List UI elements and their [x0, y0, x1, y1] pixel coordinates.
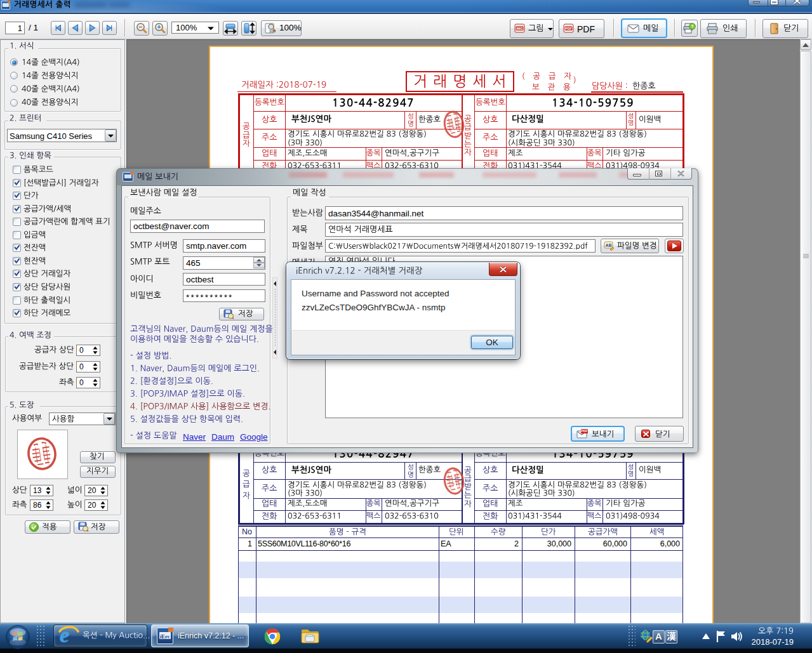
svg-text:+: +: [157, 23, 161, 30]
svg-text:AB: AB: [605, 243, 611, 247]
svg-text:PDF: PDF: [581, 429, 587, 433]
svg-text:100: 100: [269, 29, 276, 33]
svg-text:PDF: PDF: [565, 27, 572, 30]
svg-text:?: ?: [691, 23, 694, 29]
svg-text:IMG: IMG: [516, 27, 522, 30]
svg-text:−: −: [139, 23, 143, 30]
